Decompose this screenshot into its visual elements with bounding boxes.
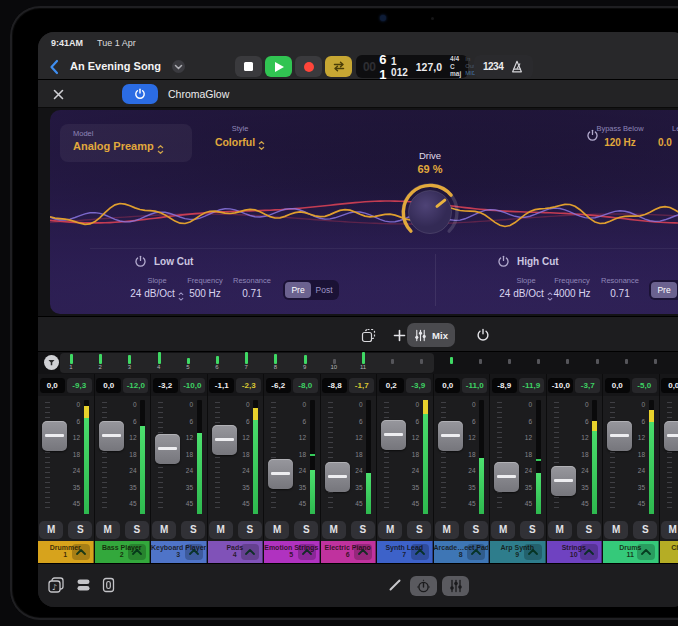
fader-cap[interactable] bbox=[664, 421, 678, 451]
channel-peak-value[interactable]: -5,0 bbox=[632, 378, 657, 393]
solo-button[interactable]: S bbox=[238, 521, 262, 539]
track-label[interactable]: Keyboard Player 3 bbox=[151, 541, 207, 563]
mixer-power-button[interactable] bbox=[470, 323, 496, 347]
track-label[interactable]: Electric Piano 6 bbox=[321, 541, 377, 563]
channel-peak-value[interactable]: -1,7 bbox=[349, 378, 374, 393]
channel-volume-value[interactable]: -10,0 bbox=[548, 378, 573, 393]
loop-browser-icon[interactable]: ♪ bbox=[48, 577, 65, 593]
track-label[interactable]: Pads 4 bbox=[208, 541, 264, 563]
collapse-stack-button[interactable] bbox=[524, 544, 542, 560]
mixer-navigator[interactable]: 1234567891011 bbox=[38, 352, 678, 374]
channel-volume-value[interactable]: 0,0 bbox=[435, 378, 460, 393]
fader-cap[interactable] bbox=[438, 421, 463, 451]
pre-segment[interactable]: Pre bbox=[285, 282, 311, 298]
channel-peak-value[interactable]: -11,9 bbox=[519, 378, 544, 393]
back-chevron-icon[interactable] bbox=[49, 59, 59, 75]
model-selector[interactable]: Model Analog Preamp bbox=[60, 124, 192, 162]
plugin-slot-icon[interactable] bbox=[102, 577, 115, 593]
channel-volume-value[interactable]: 0,0 bbox=[40, 378, 65, 393]
collapse-stack-button[interactable] bbox=[128, 544, 146, 560]
solo-button[interactable]: S bbox=[520, 521, 544, 539]
mute-button[interactable]: M bbox=[39, 521, 63, 539]
channel-peak-value[interactable]: -3,9 bbox=[406, 378, 431, 393]
fader-cap[interactable] bbox=[268, 459, 293, 489]
solo-button[interactable]: S bbox=[407, 521, 431, 539]
solo-button[interactable]: S bbox=[125, 521, 149, 539]
level-control[interactable]: Level 0.0 bbox=[672, 124, 678, 148]
track-label[interactable]: Drummer 1 bbox=[38, 541, 94, 563]
solo-button[interactable]: S bbox=[351, 521, 375, 539]
solo-button[interactable]: S bbox=[464, 521, 488, 539]
collapse-stack-button[interactable] bbox=[580, 544, 598, 560]
collapse-stack-button[interactable] bbox=[185, 544, 203, 560]
filter-icon[interactable] bbox=[44, 355, 59, 370]
low-cut-power-icon[interactable] bbox=[134, 255, 147, 268]
high-cut-resonance[interactable]: Resonance 0.71 bbox=[585, 276, 655, 299]
record-button[interactable] bbox=[295, 56, 322, 77]
lcd-display[interactable]: 00 6 1 1 012 127,0 4/4 C maj In Out MIDI bbox=[356, 55, 468, 78]
channel-peak-value[interactable]: -8,0 bbox=[293, 378, 318, 393]
song-title[interactable]: An Evening Song bbox=[70, 60, 161, 72]
mute-button[interactable]: M bbox=[378, 521, 402, 539]
collapse-stack-button[interactable] bbox=[411, 544, 429, 560]
solo-button[interactable]: S bbox=[577, 521, 601, 539]
channel-peak-value[interactable]: -9,3 bbox=[67, 378, 92, 393]
collapse-stack-button[interactable] bbox=[637, 544, 655, 560]
channel-volume-value[interactable]: -8,9 bbox=[492, 378, 517, 393]
channel-volume-value[interactable]: 0,0 bbox=[96, 378, 121, 393]
mix-view-button[interactable]: Mix bbox=[407, 323, 455, 347]
channel-peak-value[interactable]: -2,3 bbox=[236, 378, 261, 393]
mute-button[interactable]: M bbox=[322, 521, 346, 539]
solo-button[interactable]: S bbox=[181, 521, 205, 539]
metronome-icon[interactable] bbox=[510, 60, 524, 74]
mute-button[interactable]: M bbox=[152, 521, 176, 539]
fader-cap[interactable] bbox=[494, 462, 519, 492]
style-selector[interactable]: Style Colorful bbox=[185, 124, 295, 150]
cycle-button[interactable] bbox=[325, 56, 352, 77]
channel-volume-value[interactable]: 0,0 bbox=[661, 378, 678, 393]
track-label[interactable]: Bass Player 2 bbox=[95, 541, 151, 563]
channel-volume-value[interactable]: 0,0 bbox=[605, 378, 630, 393]
mute-button[interactable]: M bbox=[548, 521, 572, 539]
solo-button[interactable]: S bbox=[633, 521, 657, 539]
count-in-button[interactable]: 1234 bbox=[483, 61, 503, 72]
stop-button[interactable] bbox=[235, 56, 262, 77]
fader-cap[interactable] bbox=[212, 425, 237, 455]
song-menu-chevron-icon[interactable] bbox=[172, 60, 185, 73]
channel-volume-value[interactable]: -3,2 bbox=[153, 378, 178, 393]
track-label[interactable]: Drums 11 bbox=[603, 541, 659, 563]
bypass-control[interactable]: Bypass Below 120 Hz bbox=[585, 124, 655, 148]
mute-button[interactable]: M bbox=[491, 521, 515, 539]
mute-button[interactable]: M bbox=[209, 521, 233, 539]
low-cut-pre-post-toggle[interactable]: Pre Post bbox=[283, 280, 339, 300]
channel-volume-value[interactable]: -1,1 bbox=[209, 378, 234, 393]
solo-button[interactable]: S bbox=[68, 521, 92, 539]
channel-volume-value[interactable]: -6,2 bbox=[266, 378, 291, 393]
collapse-stack-button[interactable] bbox=[354, 544, 372, 560]
collapse-stack-button[interactable] bbox=[298, 544, 316, 560]
track-label[interactable]: Arcade…eet Pad 8 bbox=[434, 541, 490, 563]
fader-cap[interactable] bbox=[42, 421, 67, 451]
mute-button[interactable]: M bbox=[265, 521, 289, 539]
library-icon[interactable] bbox=[76, 578, 91, 592]
post-segment[interactable]: Post bbox=[311, 282, 337, 298]
fader-cap[interactable] bbox=[381, 420, 406, 450]
collapse-stack-button[interactable] bbox=[241, 544, 259, 560]
channel-peak-value[interactable]: -12,0 bbox=[123, 378, 148, 393]
plugin-power-button[interactable] bbox=[122, 84, 158, 104]
fader-cap[interactable] bbox=[607, 421, 632, 451]
track-label[interactable]: Chorus V 12 bbox=[660, 541, 678, 563]
track-label[interactable]: Strings 10 bbox=[547, 541, 603, 563]
play-button[interactable] bbox=[265, 56, 292, 77]
mute-button[interactable]: M bbox=[661, 521, 678, 539]
close-icon[interactable] bbox=[53, 89, 64, 100]
solo-button[interactable]: S bbox=[294, 521, 318, 539]
fader-cap[interactable] bbox=[99, 421, 124, 451]
high-cut-power-icon[interactable] bbox=[497, 255, 510, 268]
fader-cap[interactable] bbox=[551, 466, 576, 496]
channel-peak-value[interactable]: -3,7 bbox=[575, 378, 600, 393]
channel-volume-value[interactable]: -8,8 bbox=[322, 378, 347, 393]
mute-button[interactable]: M bbox=[604, 521, 628, 539]
drive-knob[interactable] bbox=[398, 180, 462, 244]
duplicate-button[interactable] bbox=[354, 323, 382, 347]
